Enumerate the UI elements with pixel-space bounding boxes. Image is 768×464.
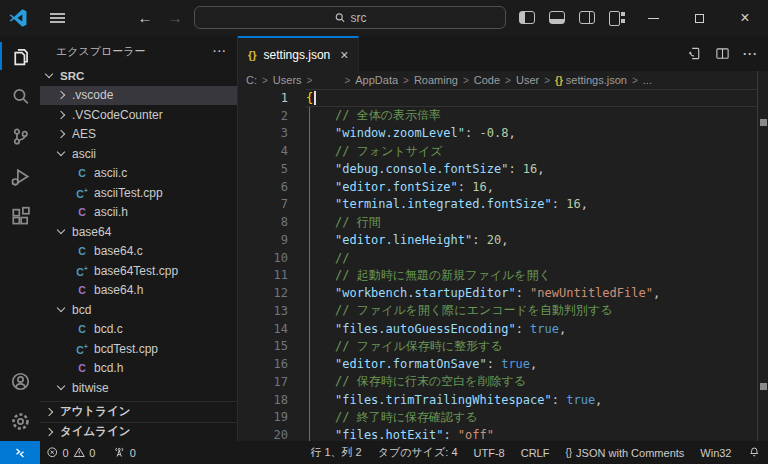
line-number: 13: [238, 304, 288, 318]
code-line-4[interactable]: 4// フォントサイズ: [238, 142, 757, 160]
activity-search[interactable]: [0, 76, 40, 116]
forward-button[interactable]: →: [164, 7, 186, 29]
code-line-5[interactable]: 5"debug.console.fontSize": 16,: [238, 160, 757, 178]
code-line-2[interactable]: 2// 全体の表示倍率: [238, 107, 757, 125]
folder-.vscode[interactable]: .vscode: [40, 86, 237, 106]
status-item[interactable]: {}JSON with Comments: [557, 441, 692, 464]
code-line-19[interactable]: 19// 終了時に保存確認する: [238, 409, 757, 427]
breadcrumb-item[interactable]: ...: [643, 74, 652, 86]
line-content: // ファイルを開く際にエンコードを自動判別する: [306, 302, 757, 320]
code-line-16[interactable]: 16"editor.formatOnSave": true,: [238, 355, 757, 373]
token-punc: ,: [537, 162, 544, 176]
file-bcdTest.cpp[interactable]: C+bcdTest.cpp: [40, 339, 237, 359]
open-settings-ui-icon[interactable]: [687, 46, 702, 61]
token-comment: // 行間: [335, 214, 381, 231]
status-item[interactable]: CRLF: [513, 441, 558, 464]
tab-settings-json[interactable]: {} settings.json ×: [238, 36, 359, 71]
ports-indicator[interactable]: 0: [107, 441, 142, 464]
file-base64Test.cpp[interactable]: C+base64Test.cpp: [40, 261, 237, 281]
explorer-more-actions[interactable]: ···: [213, 45, 227, 57]
notifications-bell[interactable]: [740, 441, 768, 464]
folder-bcd[interactable]: bcd: [40, 300, 237, 320]
section-timeline[interactable]: タイムライン: [40, 422, 237, 442]
close-button[interactable]: ×: [722, 0, 768, 36]
activity-source-control[interactable]: [0, 116, 40, 156]
folder-.VSCodeCounter[interactable]: .VSCodeCounter: [40, 105, 237, 125]
code-line-8[interactable]: 8// 行間: [238, 213, 757, 231]
more-actions-icon[interactable]: ···: [743, 47, 758, 61]
file-base64.c[interactable]: Cbase64.c: [40, 242, 237, 262]
code-line-9[interactable]: 9"editor.lineHeight": 20,: [238, 231, 757, 249]
breadcrumb-item[interactable]: Users: [273, 74, 302, 86]
folder-bitwise[interactable]: bitwise: [40, 378, 237, 398]
line-content: "files.hotExit": "off": [306, 426, 757, 441]
line-number: 1: [238, 91, 288, 105]
code-line-18[interactable]: 18"files.trimTrailingWhitespace": true,: [238, 391, 757, 409]
breadcrumb-item[interactable]: Code: [474, 74, 500, 86]
file-icon-cpp: C+: [76, 343, 88, 356]
activity-run-debug[interactable]: [0, 156, 40, 196]
file-ascii.c[interactable]: Cascii.c: [40, 164, 237, 184]
code-line-20[interactable]: 20"files.hotExit": "off": [238, 426, 757, 441]
breadcrumb: C:>Users>>AppData>Roaming>Code>User>{}se…: [238, 71, 768, 89]
tab-close-icon[interactable]: ×: [340, 47, 348, 63]
token-punc: ,: [501, 233, 508, 247]
code-line-7[interactable]: 7"terminal.integrated.fontSize": 16,: [238, 196, 757, 214]
breadcrumb-item[interactable]: {}settings.json: [555, 74, 627, 86]
status-item[interactable]: UTF-8: [466, 441, 513, 464]
code-editor[interactable]: 1{2// 全体の表示倍率3"window.zoomLevel": -0.8,4…: [238, 89, 768, 441]
file-bcd.c[interactable]: Cbcd.c: [40, 320, 237, 340]
breadcrumb-item[interactable]: Roaming: [414, 74, 458, 86]
code-line-15[interactable]: 15// ファイル保存時に整形する: [238, 338, 757, 356]
code-line-13[interactable]: 13// ファイルを開く際にエンコードを自動判別する: [238, 302, 757, 320]
ruler-mark: [760, 383, 767, 390]
code-line-6[interactable]: 6"editor.fontSize": 16,: [238, 178, 757, 196]
folder-src-root[interactable]: SRC: [40, 66, 237, 86]
remote-indicator[interactable]: [0, 441, 40, 464]
folder-AES[interactable]: AES: [40, 125, 237, 145]
file-icon-c: C: [76, 245, 88, 257]
status-item[interactable]: タブのサイズ: 4: [370, 441, 466, 464]
split-editor-icon[interactable]: [715, 46, 730, 61]
file-ascii.h[interactable]: Cascii.h: [40, 203, 237, 223]
customize-layout-icon[interactable]: [609, 11, 626, 24]
breadcrumb-item[interactable]: User: [516, 74, 539, 86]
status-item[interactable]: Win32: [692, 441, 739, 464]
tab-label: settings.json: [264, 48, 331, 62]
code-line-10[interactable]: 10//: [238, 249, 757, 267]
activity-extensions[interactable]: [0, 196, 40, 236]
chevron-down-icon: [45, 70, 53, 78]
code-line-17[interactable]: 17// 保存時に行末の空白を削除する: [238, 373, 757, 391]
activity-account[interactable]: [0, 361, 40, 401]
section-outline[interactable]: アウトライン: [40, 402, 237, 422]
code-line-14[interactable]: 14"files.autoGuessEncoding": true,: [238, 320, 757, 338]
status-item[interactable]: 行 1、列 2: [302, 441, 369, 464]
token-key: "window.zoomLevel": [335, 126, 465, 140]
folder-base64[interactable]: base64: [40, 222, 237, 242]
activity-explorer[interactable]: [0, 36, 40, 76]
code-line-3[interactable]: 3"window.zoomLevel": -0.8,: [238, 125, 757, 143]
breadcrumb-item[interactable]: AppData: [355, 74, 398, 86]
minimize-button[interactable]: [630, 0, 676, 36]
menu-icon[interactable]: [50, 13, 65, 15]
command-center-search[interactable]: src: [194, 6, 506, 29]
code-line-11[interactable]: 11// 起動時に無題の新規ファイルを開く: [238, 267, 757, 285]
line-number: 2: [238, 109, 288, 123]
code-line-12[interactable]: 12"workbench.startupEditor": "newUntitle…: [238, 284, 757, 302]
problems-indicator[interactable]: 0 0: [40, 441, 101, 464]
file-bcd.h[interactable]: Cbcd.h: [40, 359, 237, 379]
toggle-secondary-sidebar-icon[interactable]: [579, 11, 595, 24]
overview-ruler[interactable]: [757, 71, 768, 441]
activity-settings[interactable]: [0, 401, 40, 441]
maximize-button[interactable]: [676, 0, 722, 36]
toggle-panel-icon[interactable]: [549, 11, 565, 24]
toggle-primary-sidebar-icon[interactable]: [519, 11, 535, 24]
breadcrumb-item[interactable]: C:: [246, 74, 257, 86]
account-icon: [10, 371, 31, 392]
back-button[interactable]: ←: [134, 7, 156, 29]
token-punc: ,: [559, 322, 566, 336]
file-base64.h[interactable]: Cbase64.h: [40, 281, 237, 301]
folder-ascii[interactable]: ascii: [40, 144, 237, 164]
file-asciiTest.cpp[interactable]: C+asciiTest.cpp: [40, 183, 237, 203]
code-line-1[interactable]: 1{: [238, 89, 757, 107]
